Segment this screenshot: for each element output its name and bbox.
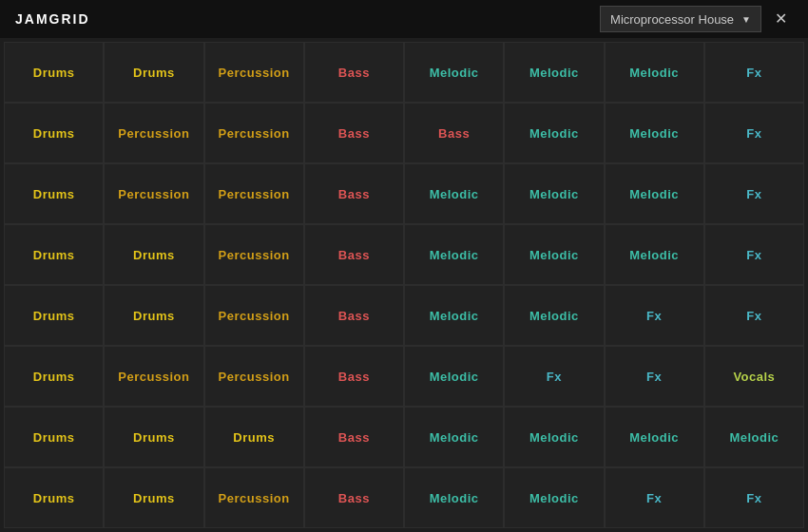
grid-cell-3-4[interactable]: Melodic bbox=[404, 224, 504, 285]
grid-cell-4-0[interactable]: Drums bbox=[4, 285, 104, 346]
grid-cell-2-2[interactable]: Percussion bbox=[204, 163, 304, 224]
cell-label-5-7: Vocals bbox=[733, 370, 775, 384]
cell-label-4-5: Melodic bbox=[529, 309, 579, 323]
grid-cell-1-4[interactable]: Bass bbox=[404, 103, 504, 163]
grid-cell-7-6[interactable]: Fx bbox=[605, 467, 704, 528]
grid-cell-2-4[interactable]: Melodic bbox=[404, 163, 504, 224]
grid-cell-4-5[interactable]: Melodic bbox=[504, 285, 604, 346]
grid-cell-7-5[interactable]: Melodic bbox=[504, 467, 604, 528]
grid-cell-0-0[interactable]: Drums bbox=[4, 42, 104, 103]
grid-cell-1-5[interactable]: Melodic bbox=[504, 103, 604, 163]
preset-dropdown[interactable]: Microprocessor House ▼ bbox=[600, 6, 761, 32]
cell-label-3-2: Percussion bbox=[219, 248, 290, 262]
grid-cell-4-6[interactable]: Fx bbox=[605, 285, 704, 346]
grid-cell-0-4[interactable]: Melodic bbox=[404, 42, 504, 103]
cell-label-3-3: Bass bbox=[338, 248, 370, 262]
grid-cell-0-5[interactable]: Melodic bbox=[504, 42, 604, 103]
grid-cell-5-1[interactable]: Percussion bbox=[104, 346, 203, 407]
grid-cell-1-2[interactable]: Percussion bbox=[204, 103, 304, 163]
cell-label-2-1: Percussion bbox=[118, 187, 189, 201]
cell-label-7-0: Drums bbox=[33, 491, 75, 505]
grid-cell-4-4[interactable]: Melodic bbox=[404, 285, 504, 346]
grid-cell-5-6[interactable]: Fx bbox=[605, 346, 704, 407]
grid-cell-2-0[interactable]: Drums bbox=[4, 163, 104, 224]
grid-cell-2-7[interactable]: Fx bbox=[704, 163, 804, 224]
cell-label-5-4: Melodic bbox=[430, 370, 479, 384]
chevron-down-icon: ▼ bbox=[741, 14, 751, 25]
grid-cell-7-1[interactable]: Drums bbox=[104, 467, 203, 528]
grid-cell-0-7[interactable]: Fx bbox=[704, 42, 804, 103]
grid-cell-3-2[interactable]: Percussion bbox=[204, 224, 304, 285]
cell-label-2-6: Melodic bbox=[629, 187, 679, 201]
grid-cell-3-0[interactable]: Drums bbox=[4, 224, 104, 285]
grid-cell-4-1[interactable]: Drums bbox=[104, 285, 203, 346]
cell-label-1-1: Percussion bbox=[118, 126, 189, 141]
cell-label-1-3: Bass bbox=[338, 126, 370, 141]
grid-cell-0-6[interactable]: Melodic bbox=[605, 42, 704, 103]
cell-label-2-7: Fx bbox=[746, 187, 761, 201]
grid-cell-3-5[interactable]: Melodic bbox=[504, 224, 604, 285]
grid-cell-5-4[interactable]: Melodic bbox=[404, 346, 504, 407]
grid-cell-3-3[interactable]: Bass bbox=[304, 224, 404, 285]
cell-label-1-0: Drums bbox=[33, 126, 75, 141]
grid-cell-6-3[interactable]: Bass bbox=[304, 407, 404, 467]
grid-cell-5-3[interactable]: Bass bbox=[304, 346, 404, 407]
grid-cell-0-2[interactable]: Percussion bbox=[204, 42, 304, 103]
grid-cell-2-5[interactable]: Melodic bbox=[504, 163, 604, 224]
cell-label-5-5: Fx bbox=[547, 370, 562, 384]
cell-label-0-7: Fx bbox=[746, 66, 761, 80]
cell-label-6-7: Melodic bbox=[729, 430, 779, 445]
grid-cell-0-1[interactable]: Drums bbox=[104, 42, 203, 103]
cell-label-0-1: Drums bbox=[133, 66, 175, 80]
grid-cell-1-7[interactable]: Fx bbox=[704, 103, 804, 163]
grid-cell-7-2[interactable]: Percussion bbox=[204, 467, 304, 528]
grid-cell-5-2[interactable]: Percussion bbox=[204, 346, 304, 407]
grid-cell-1-0[interactable]: Drums bbox=[4, 103, 104, 163]
cell-label-1-2: Percussion bbox=[219, 126, 290, 141]
cell-label-7-4: Melodic bbox=[430, 491, 479, 505]
cell-label-0-3: Bass bbox=[338, 66, 370, 80]
grid-row-6: DrumsDrumsDrumsBassMelodicMelodicMelodic… bbox=[4, 407, 804, 467]
grid-cell-6-7[interactable]: Melodic bbox=[704, 407, 804, 467]
app-logo: JAMGRID bbox=[15, 11, 90, 27]
grid-cell-6-5[interactable]: Melodic bbox=[504, 407, 604, 467]
grid-cell-4-3[interactable]: Bass bbox=[304, 285, 404, 346]
grid-cell-2-3[interactable]: Bass bbox=[304, 163, 404, 224]
grid-cell-7-3[interactable]: Bass bbox=[304, 467, 404, 528]
cell-label-3-5: Melodic bbox=[529, 248, 579, 262]
grid-row-3: DrumsDrumsPercussionBassMelodicMelodicMe… bbox=[4, 224, 804, 285]
grid-cell-1-1[interactable]: Percussion bbox=[104, 103, 203, 163]
grid-row-5: DrumsPercussionPercussionBassMelodicFxFx… bbox=[4, 346, 804, 407]
grid-cell-6-1[interactable]: Drums bbox=[104, 407, 203, 467]
app-container: JAMGRID Microprocessor House ▼ ✕ DrumsDr… bbox=[0, 0, 808, 532]
grid-cell-6-4[interactable]: Melodic bbox=[404, 407, 504, 467]
grid-cell-6-0[interactable]: Drums bbox=[4, 407, 104, 467]
grid-cell-5-7[interactable]: Vocals bbox=[704, 346, 804, 407]
grid-cell-2-1[interactable]: Percussion bbox=[104, 163, 203, 224]
cell-label-1-7: Fx bbox=[746, 126, 761, 141]
close-button[interactable]: ✕ bbox=[769, 10, 793, 28]
grid-cell-3-6[interactable]: Melodic bbox=[605, 224, 704, 285]
grid-container: DrumsDrumsPercussionBassMelodicMelodicMe… bbox=[0, 38, 808, 532]
cell-label-4-0: Drums bbox=[33, 309, 75, 323]
grid-cell-6-6[interactable]: Melodic bbox=[605, 407, 704, 467]
grid-cell-3-1[interactable]: Drums bbox=[104, 224, 203, 285]
grid-cell-1-3[interactable]: Bass bbox=[304, 103, 404, 163]
grid-cell-7-4[interactable]: Melodic bbox=[404, 467, 504, 528]
grid-cell-1-6[interactable]: Melodic bbox=[605, 103, 704, 163]
grid-cell-6-2[interactable]: Drums bbox=[204, 407, 304, 467]
cell-label-4-3: Bass bbox=[338, 309, 370, 323]
grid-cell-7-7[interactable]: Fx bbox=[704, 467, 804, 528]
grid-row-2: DrumsPercussionPercussionBassMelodicMelo… bbox=[4, 163, 804, 224]
grid-cell-0-3[interactable]: Bass bbox=[304, 42, 404, 103]
grid-cell-7-0[interactable]: Drums bbox=[4, 467, 104, 528]
cell-label-3-1: Drums bbox=[133, 248, 175, 262]
cell-label-2-3: Bass bbox=[338, 187, 370, 201]
cell-label-3-0: Drums bbox=[33, 248, 75, 262]
grid-cell-4-7[interactable]: Fx bbox=[704, 285, 804, 346]
grid-cell-4-2[interactable]: Percussion bbox=[204, 285, 304, 346]
grid-cell-5-0[interactable]: Drums bbox=[4, 346, 104, 407]
grid-cell-2-6[interactable]: Melodic bbox=[605, 163, 704, 224]
grid-cell-5-5[interactable]: Fx bbox=[504, 346, 604, 407]
grid-cell-3-7[interactable]: Fx bbox=[704, 224, 804, 285]
